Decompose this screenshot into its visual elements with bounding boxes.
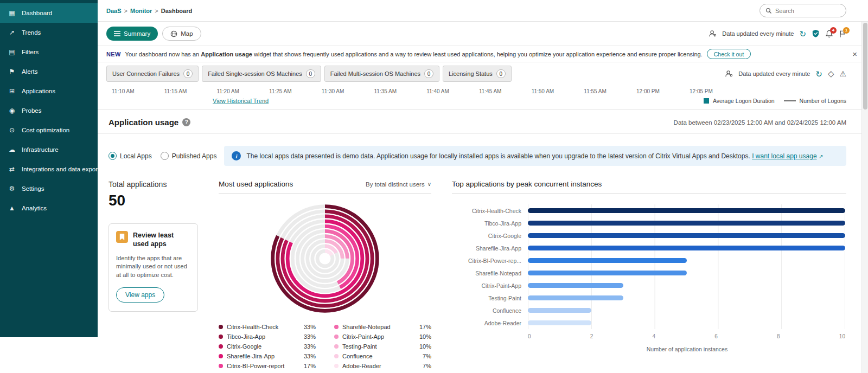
breadcrumb-item-daas[interactable]: DaaS [106, 8, 122, 14]
check-it-out-button[interactable]: Check it out [707, 49, 751, 59]
local-apps-label: Local Apps [120, 152, 152, 160]
data-updated-label: Data updated every minute [722, 30, 794, 37]
sidebar-item-alerts[interactable]: ⚑Alerts [0, 62, 98, 81]
metric-dropdown-value: By total distinct users [366, 181, 425, 188]
vertical-scrollbar[interactable] [861, 22, 868, 373]
sidebar-item-analytics[interactable]: ▲Analytics [0, 198, 98, 218]
bar-rows: Citrix-Health-CheckTibco-Jira-AppCitrix-… [452, 204, 846, 329]
metric-dropdown[interactable]: By total distinct users ∨ [366, 181, 431, 188]
usage-controls: Local Apps Published Apps i The local ap… [98, 134, 868, 166]
radio-selected-icon [108, 152, 117, 160]
shield-status-icon[interactable] [812, 29, 820, 38]
sidebar-item-filters[interactable]: ▤Filters [0, 42, 98, 62]
refresh-icon[interactable]: ↻ [815, 70, 822, 78]
date-range-label: Data between 02/23/2025 12:00 AM and 02/… [674, 119, 846, 126]
search-box[interactable] [760, 4, 846, 17]
external-link-icon: ↗ [819, 153, 823, 159]
legend-item-testing-paint: Testing-Paint10% [334, 343, 431, 350]
radio-unselected-icon [161, 152, 169, 160]
banner-close-icon[interactable]: × [850, 49, 859, 59]
legend-item-citrix-bi-power-report: Citrix-BI-Power-report17% [219, 363, 316, 369]
view-apps-button[interactable]: View apps [116, 287, 164, 303]
sidebar-item-integrations-and-data-exports[interactable]: ⇄Integrations and data exports [0, 159, 98, 179]
legend-app-name: Tibco-Jira-App [227, 333, 300, 340]
sidebar-item-probes[interactable]: ◉Probes [0, 101, 98, 120]
legend-app-pct: 10% [419, 343, 431, 350]
bar-value[interactable] [528, 308, 591, 313]
status-tab-count: 0 [424, 69, 433, 78]
sidebar-item-applications[interactable]: ⊞Applications [0, 81, 98, 101]
breadcrumb-separator: > [124, 8, 127, 14]
top-applications-title: Top applications by peak concurrent inst… [452, 180, 602, 188]
x-tick-label: 11:50 AM [532, 88, 554, 94]
page-title: Application usage ? [108, 118, 190, 127]
probes-icon: ◉ [8, 107, 16, 114]
published-apps-radio[interactable]: Published Apps [161, 152, 217, 160]
status-tab-count: 0 [306, 69, 315, 78]
legend-item-citrix-health-check: Citrix-Health-Check33% [219, 324, 316, 330]
sidebar-item-label: Filters [22, 49, 39, 55]
view-historical-trend-link[interactable]: View Historical Trend [213, 98, 269, 104]
help-icon[interactable]: ? [182, 118, 190, 126]
refresh-icon[interactable]: ↻ [799, 30, 806, 38]
bar-track [528, 246, 845, 250]
sidebar-item-infrastructure[interactable]: ☁Infrastructure [0, 140, 98, 159]
bar-xticks: 0246810 [528, 329, 845, 339]
applications-icon: ⊞ [8, 87, 16, 95]
bar-value[interactable] [528, 283, 623, 288]
search-input[interactable] [775, 8, 835, 14]
x-tick-label: 11:20 AM [216, 88, 239, 94]
most-used-header: Most used applications By total distinct… [219, 180, 431, 194]
local-apps-radio[interactable]: Local Apps [108, 152, 152, 160]
status-tab-licensing-status[interactable]: Licensing Status0 [443, 66, 512, 82]
legend-app-name: Testing-Paint [342, 343, 416, 350]
bar-value[interactable] [528, 246, 845, 250]
bar-value[interactable] [528, 271, 687, 275]
bar-track [528, 320, 845, 325]
diamond-icon[interactable]: ◇ [828, 69, 834, 79]
breadcrumb-item-monitor[interactable]: Monitor [130, 8, 152, 14]
bar-value[interactable] [528, 320, 591, 325]
status-tab-failed-single-session-os-machines[interactable]: Failed Single-session OS Machines0 [202, 66, 321, 82]
local-app-usage-link[interactable]: I want local app usage [752, 152, 816, 160]
bar-value[interactable] [528, 295, 623, 300]
bar-value[interactable] [528, 221, 845, 226]
status-tab-failed-multi-session-os-machines[interactable]: Failed Multi-session OS Machines0 [324, 66, 439, 82]
bar-value[interactable] [528, 258, 687, 263]
application-usage-section: Application usage ? Data between 02/23/2… [98, 110, 868, 373]
radial-chart-wrap [219, 194, 431, 320]
legend-app-name: Citrix-BI-Power-report [227, 363, 300, 369]
alerts-bell-icon[interactable]: 4 [825, 30, 833, 38]
user-sessions-icon[interactable] [709, 30, 717, 37]
new-feature-banner: NEW Your dashboard now has an Applicatio… [98, 46, 868, 62]
data-updated-label: Data updated every minute [738, 70, 810, 77]
sidebar-item-dashboard[interactable]: ▦Dashboard [0, 3, 98, 23]
legend-color-dot [334, 325, 339, 329]
sidebar-item-cost-optimization[interactable]: ⊙Cost optimization [0, 120, 98, 140]
filters-icon: ▤ [8, 48, 16, 56]
logon-legend: Average Logon Duration Number of Logons [704, 98, 846, 104]
legend-item-adobe-reader: Adobe-Reader7% [334, 363, 431, 369]
warning-triangle-icon[interactable]: ⚠ [839, 69, 846, 78]
legend-app-name: Citrix-Google [227, 343, 300, 350]
bar-row-citrix-google: Citrix-Google [452, 229, 846, 242]
bar-value[interactable] [528, 208, 845, 213]
summary-tab-button[interactable]: Summary [106, 27, 158, 41]
scrollbar-thumb[interactable] [863, 23, 867, 110]
cost-optimization-icon: ⊙ [8, 126, 16, 134]
sidebar-item-trends[interactable]: ↗Trends [0, 23, 98, 42]
chevron-down-icon: ∨ [427, 181, 431, 187]
bar-value[interactable] [528, 233, 845, 238]
sidebar-item-settings[interactable]: ⚙Settings [0, 179, 98, 198]
usage-columns: Total applications 50 Review least used … [98, 166, 868, 373]
status-tab-user-connection-failures[interactable]: User Connection Failures0 [106, 66, 199, 82]
legend-app-name: Confluence [342, 353, 419, 359]
breadcrumb: DaaS>Monitor>Dashboard [106, 8, 192, 14]
notification-count-badge: 1 [843, 27, 850, 34]
summary-list-icon [114, 31, 120, 36]
notifications-flag-icon[interactable]: 1 [839, 30, 846, 38]
user-sessions-icon[interactable] [725, 70, 733, 78]
x-tick-label: 2 [590, 333, 593, 339]
map-tab-button[interactable]: Map [162, 27, 201, 41]
app-window: ▦Dashboard↗Trends▤Filters⚑Alerts⊞Applica… [0, 0, 868, 373]
